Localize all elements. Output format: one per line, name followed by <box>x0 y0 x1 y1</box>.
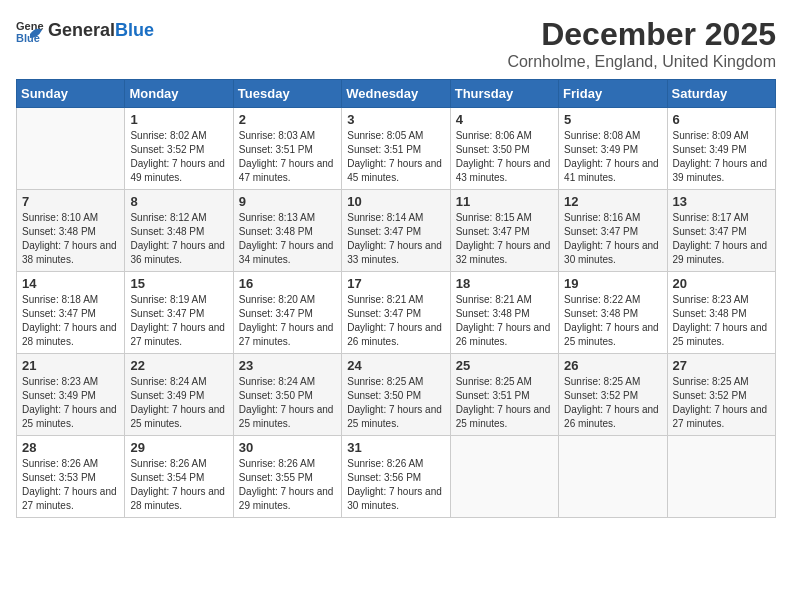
daylight-text: Daylight: 7 hours and 34 minutes. <box>239 240 334 265</box>
day-info: Sunrise: 8:02 AM Sunset: 3:52 PM Dayligh… <box>130 129 227 185</box>
sunset-text: Sunset: 3:48 PM <box>239 226 313 237</box>
daylight-text: Daylight: 7 hours and 27 minutes. <box>673 404 768 429</box>
sunset-text: Sunset: 3:56 PM <box>347 472 421 483</box>
calendar-cell: 20 Sunrise: 8:23 AM Sunset: 3:48 PM Dayl… <box>667 272 775 354</box>
weekday-header-monday: Monday <box>125 80 233 108</box>
day-number: 11 <box>456 194 553 209</box>
day-number: 30 <box>239 440 336 455</box>
daylight-text: Daylight: 7 hours and 25 minutes. <box>130 404 225 429</box>
daylight-text: Daylight: 7 hours and 29 minutes. <box>673 240 768 265</box>
day-info: Sunrise: 8:21 AM Sunset: 3:47 PM Dayligh… <box>347 293 444 349</box>
day-info: Sunrise: 8:26 AM Sunset: 3:54 PM Dayligh… <box>130 457 227 513</box>
day-number: 21 <box>22 358 119 373</box>
day-info: Sunrise: 8:25 AM Sunset: 3:51 PM Dayligh… <box>456 375 553 431</box>
day-number: 28 <box>22 440 119 455</box>
day-info: Sunrise: 8:03 AM Sunset: 3:51 PM Dayligh… <box>239 129 336 185</box>
day-number: 22 <box>130 358 227 373</box>
daylight-text: Daylight: 7 hours and 49 minutes. <box>130 158 225 183</box>
calendar-cell: 18 Sunrise: 8:21 AM Sunset: 3:48 PM Dayl… <box>450 272 558 354</box>
day-number: 5 <box>564 112 661 127</box>
calendar-cell <box>17 108 125 190</box>
day-info: Sunrise: 8:16 AM Sunset: 3:47 PM Dayligh… <box>564 211 661 267</box>
sunset-text: Sunset: 3:50 PM <box>239 390 313 401</box>
sunset-text: Sunset: 3:49 PM <box>130 390 204 401</box>
daylight-text: Daylight: 7 hours and 45 minutes. <box>347 158 442 183</box>
sunrise-text: Sunrise: 8:25 AM <box>564 376 640 387</box>
sunset-text: Sunset: 3:47 PM <box>456 226 530 237</box>
sunset-text: Sunset: 3:48 PM <box>22 226 96 237</box>
calendar-cell <box>450 436 558 518</box>
daylight-text: Daylight: 7 hours and 27 minutes. <box>130 322 225 347</box>
daylight-text: Daylight: 7 hours and 25 minutes. <box>564 322 659 347</box>
day-number: 15 <box>130 276 227 291</box>
weekday-header-saturday: Saturday <box>667 80 775 108</box>
calendar-week-row: 1 Sunrise: 8:02 AM Sunset: 3:52 PM Dayli… <box>17 108 776 190</box>
day-number: 31 <box>347 440 444 455</box>
daylight-text: Daylight: 7 hours and 28 minutes. <box>130 486 225 511</box>
daylight-text: Daylight: 7 hours and 36 minutes. <box>130 240 225 265</box>
day-info: Sunrise: 8:15 AM Sunset: 3:47 PM Dayligh… <box>456 211 553 267</box>
daylight-text: Daylight: 7 hours and 47 minutes. <box>239 158 334 183</box>
logo-icon: General Blue <box>16 16 44 44</box>
sunrise-text: Sunrise: 8:20 AM <box>239 294 315 305</box>
daylight-text: Daylight: 7 hours and 26 minutes. <box>564 404 659 429</box>
calendar-cell: 6 Sunrise: 8:09 AM Sunset: 3:49 PM Dayli… <box>667 108 775 190</box>
sunset-text: Sunset: 3:47 PM <box>239 308 313 319</box>
day-number: 10 <box>347 194 444 209</box>
sunrise-text: Sunrise: 8:26 AM <box>130 458 206 469</box>
calendar-table: SundayMondayTuesdayWednesdayThursdayFrid… <box>16 79 776 518</box>
day-info: Sunrise: 8:06 AM Sunset: 3:50 PM Dayligh… <box>456 129 553 185</box>
day-info: Sunrise: 8:14 AM Sunset: 3:47 PM Dayligh… <box>347 211 444 267</box>
daylight-text: Daylight: 7 hours and 30 minutes. <box>347 486 442 511</box>
calendar-cell: 22 Sunrise: 8:24 AM Sunset: 3:49 PM Dayl… <box>125 354 233 436</box>
sunrise-text: Sunrise: 8:25 AM <box>347 376 423 387</box>
calendar-cell: 1 Sunrise: 8:02 AM Sunset: 3:52 PM Dayli… <box>125 108 233 190</box>
day-info: Sunrise: 8:13 AM Sunset: 3:48 PM Dayligh… <box>239 211 336 267</box>
calendar-cell: 3 Sunrise: 8:05 AM Sunset: 3:51 PM Dayli… <box>342 108 450 190</box>
day-info: Sunrise: 8:21 AM Sunset: 3:48 PM Dayligh… <box>456 293 553 349</box>
day-info: Sunrise: 8:08 AM Sunset: 3:49 PM Dayligh… <box>564 129 661 185</box>
day-number: 12 <box>564 194 661 209</box>
sunrise-text: Sunrise: 8:23 AM <box>673 294 749 305</box>
weekday-header-tuesday: Tuesday <box>233 80 341 108</box>
sunset-text: Sunset: 3:51 PM <box>239 144 313 155</box>
logo-text-general: General <box>48 20 115 40</box>
day-number: 8 <box>130 194 227 209</box>
weekday-header-wednesday: Wednesday <box>342 80 450 108</box>
daylight-text: Daylight: 7 hours and 29 minutes. <box>239 486 334 511</box>
day-number: 9 <box>239 194 336 209</box>
sunrise-text: Sunrise: 8:08 AM <box>564 130 640 141</box>
day-info: Sunrise: 8:26 AM Sunset: 3:53 PM Dayligh… <box>22 457 119 513</box>
calendar-cell: 27 Sunrise: 8:25 AM Sunset: 3:52 PM Dayl… <box>667 354 775 436</box>
sunrise-text: Sunrise: 8:17 AM <box>673 212 749 223</box>
sunrise-text: Sunrise: 8:21 AM <box>347 294 423 305</box>
sunset-text: Sunset: 3:48 PM <box>456 308 530 319</box>
weekday-header-sunday: Sunday <box>17 80 125 108</box>
day-number: 17 <box>347 276 444 291</box>
calendar-cell: 24 Sunrise: 8:25 AM Sunset: 3:50 PM Dayl… <box>342 354 450 436</box>
daylight-text: Daylight: 7 hours and 32 minutes. <box>456 240 551 265</box>
calendar-cell <box>667 436 775 518</box>
day-info: Sunrise: 8:22 AM Sunset: 3:48 PM Dayligh… <box>564 293 661 349</box>
logo-text-blue: Blue <box>115 20 154 40</box>
sunrise-text: Sunrise: 8:12 AM <box>130 212 206 223</box>
calendar-week-row: 21 Sunrise: 8:23 AM Sunset: 3:49 PM Dayl… <box>17 354 776 436</box>
day-number: 19 <box>564 276 661 291</box>
sunset-text: Sunset: 3:51 PM <box>456 390 530 401</box>
calendar-cell: 12 Sunrise: 8:16 AM Sunset: 3:47 PM Dayl… <box>559 190 667 272</box>
calendar-cell: 19 Sunrise: 8:22 AM Sunset: 3:48 PM Dayl… <box>559 272 667 354</box>
day-number: 23 <box>239 358 336 373</box>
day-info: Sunrise: 8:18 AM Sunset: 3:47 PM Dayligh… <box>22 293 119 349</box>
sunset-text: Sunset: 3:49 PM <box>22 390 96 401</box>
day-info: Sunrise: 8:25 AM Sunset: 3:52 PM Dayligh… <box>564 375 661 431</box>
day-number: 27 <box>673 358 770 373</box>
day-number: 4 <box>456 112 553 127</box>
sunset-text: Sunset: 3:52 PM <box>564 390 638 401</box>
calendar-cell: 17 Sunrise: 8:21 AM Sunset: 3:47 PM Dayl… <box>342 272 450 354</box>
sunrise-text: Sunrise: 8:15 AM <box>456 212 532 223</box>
daylight-text: Daylight: 7 hours and 25 minutes. <box>673 322 768 347</box>
sunset-text: Sunset: 3:51 PM <box>347 144 421 155</box>
sunrise-text: Sunrise: 8:10 AM <box>22 212 98 223</box>
calendar-cell: 13 Sunrise: 8:17 AM Sunset: 3:47 PM Dayl… <box>667 190 775 272</box>
sunset-text: Sunset: 3:53 PM <box>22 472 96 483</box>
